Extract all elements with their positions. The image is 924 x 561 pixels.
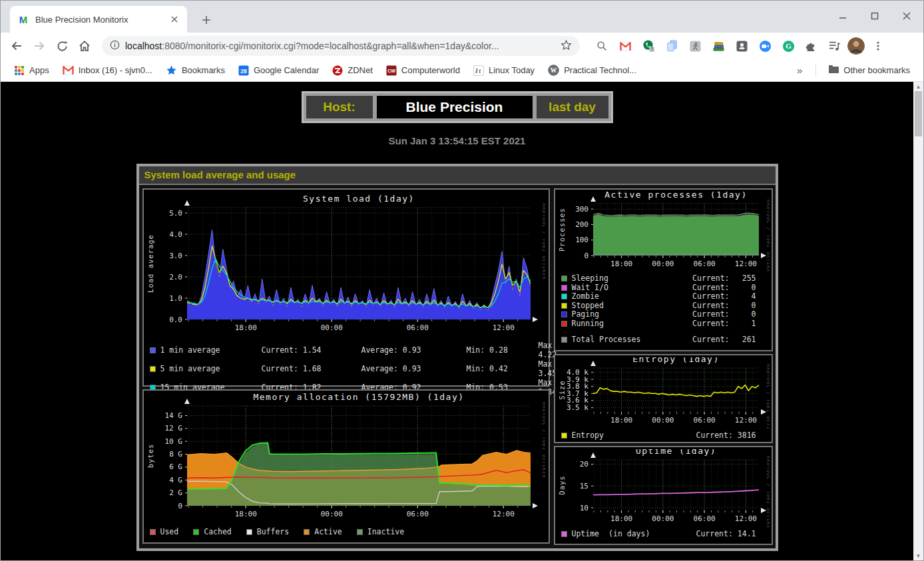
svg-text:00:00: 00:00 (652, 260, 674, 268)
legend-stat: Min: 0.28 (467, 345, 539, 355)
scrollbar-down-icon[interactable]: ▼ (913, 551, 923, 560)
legend-row: Total ProcessesCurrent:261 (561, 335, 766, 345)
svg-text:100: 100 (575, 236, 588, 244)
svg-text:6 G: 6 G (169, 463, 182, 471)
bookmark-star-icon[interactable] (561, 39, 572, 53)
svg-text:00:00: 00:00 (652, 514, 674, 523)
home-icon[interactable] (75, 37, 94, 55)
legend-row: SleepingCurrent:255 (561, 274, 766, 283)
svg-text:06:00: 06:00 (693, 260, 715, 268)
legend-current-value: Current: 3816 (696, 431, 756, 440)
svg-text:?: ? (650, 47, 653, 51)
copy-extension-icon[interactable] (663, 37, 680, 55)
chart-memory[interactable]: Memory allocation (15792MB) (1day)02 G4 … (146, 393, 545, 524)
bookmark-item-google-calendar[interactable]: 28Google Calendar (233, 63, 324, 79)
vault-extension-icon[interactable] (733, 37, 750, 55)
chart-processes[interactable]: Active processes (1day)010020030018:0000… (557, 192, 770, 273)
chart-entropy[interactable]: Entropy (1day)3.5 k3.6 k3.7 k3.8 k3.9 k4… (557, 357, 770, 429)
voice-extension-icon[interactable]: ? (640, 37, 657, 55)
legend-current-value: 0 (730, 310, 756, 319)
accessibility-extension-icon[interactable] (686, 37, 704, 55)
profile-avatar[interactable] (847, 37, 865, 55)
svg-text:18:00: 18:00 (234, 510, 256, 518)
back-icon[interactable] (7, 37, 26, 55)
legend-swatch (561, 285, 567, 291)
linuxtoday-icon: lt (473, 65, 484, 76)
page-scrollbar[interactable]: ▲ ▼ (913, 82, 923, 560)
bookmark-item-bookmarks[interactable]: Bookmarks (160, 62, 230, 79)
legend-item: Inactive (357, 527, 404, 536)
legend-current-label: Current: (692, 301, 729, 311)
maximize-icon[interactable] (867, 9, 882, 23)
chart-uptime[interactable]: Uptime (1day)10152018:0000:0006:0012:00D… (557, 449, 770, 528)
zoom-extension-icon[interactable] (756, 37, 774, 55)
legend-swatch (561, 276, 567, 281)
reload-icon[interactable] (53, 37, 71, 55)
system-section: System load average and usage System loa… (136, 164, 778, 551)
svg-text:300: 300 (575, 205, 588, 214)
legend-current-label: Current: (692, 274, 729, 283)
scrollbar-thumb[interactable] (915, 91, 922, 136)
minimize-icon[interactable] (835, 9, 850, 23)
folder-icon (828, 65, 839, 77)
bookmarks-overflow-chevron[interactable]: » (790, 65, 809, 76)
charts-grid: System load (1day)0.01.02.03.04.05.018:0… (139, 185, 776, 548)
legend-current-label: Current: (692, 319, 729, 329)
svg-text:0.0: 0.0 (169, 315, 182, 324)
legend-swatch (561, 321, 567, 327)
svg-text:M: M (19, 14, 28, 25)
chart-system-load[interactable]: System load (1day)0.01.02.03.04.05.018:0… (146, 192, 545, 339)
grammarly-extension-icon[interactable]: G (780, 37, 797, 55)
svg-text:06:00: 06:00 (693, 514, 715, 523)
legend-entropy: EntropyCurrent: 3816 (557, 429, 770, 440)
address-bar[interactable]: localhost:8080/monitorix-cgi/monitorix.c… (102, 36, 580, 56)
bookmark-item-zdnet[interactable]: ZDNet (327, 63, 378, 79)
svg-text:00:00: 00:00 (320, 510, 342, 518)
legend-item: Buffers (246, 527, 289, 536)
gmail-extension-icon[interactable] (616, 37, 634, 55)
forward-icon[interactable] (30, 37, 49, 55)
menu-kebab-icon[interactable] (869, 37, 887, 55)
bookmark-item-inbox-16-sjvn0[interactable]: Inbox (16) - sjvn0... (57, 63, 158, 78)
close-icon[interactable] (899, 9, 914, 23)
legend-stat: Average: 0.93 (361, 345, 467, 355)
tab-close-icon[interactable] (168, 13, 180, 25)
legend-current-value: Current: 14.1 (696, 529, 756, 538)
new-tab-button[interactable] (198, 11, 215, 29)
gcal-icon: 28 (238, 65, 249, 76)
svg-text:4.0 k: 4.0 k (566, 368, 588, 377)
browser-toolbar: localhost:8080/monitorix-cgi/monitorix.c… (1, 33, 923, 59)
svg-text:12:00: 12:00 (492, 510, 514, 518)
bookmark-item-practical-technol[interactable]: WPractical Technol... (543, 62, 642, 79)
search-extension-icon[interactable] (593, 37, 610, 55)
legend-swatch (561, 311, 567, 317)
legend-swatch (150, 347, 156, 353)
chart-panel-entropy: Entropy (1day)3.5 k3.6 k3.7 k3.8 k3.9 k4… (554, 354, 773, 443)
bookmark-item-apps[interactable]: Apps (9, 63, 55, 79)
other-bookmarks-button[interactable]: Other bookmarks (823, 62, 915, 79)
report-datetime: Sun Jan 3 13:54:15 EST 2021 (1, 135, 913, 146)
legend-current-label: Current: (692, 310, 729, 319)
playlist-extension-icon[interactable] (826, 37, 843, 55)
bluestar-icon (166, 65, 177, 76)
scrollbar-up-icon[interactable]: ▲ (913, 82, 923, 91)
bookmark-label: Google Calendar (254, 65, 319, 75)
browser-titlebar: M Blue Precision Monitorix (1, 1, 923, 33)
legend-current-value: 1 (730, 319, 756, 329)
svg-text:Memory allocation (15792MB) (: Memory allocation (15792MB) (1day) (253, 393, 464, 402)
legend-swatch (561, 303, 567, 309)
extensions-puzzle-icon[interactable] (803, 37, 820, 55)
svg-text:RRDTOOL / TOBI OETIKER: RRDTOOL / TOBI OETIKER (766, 364, 770, 429)
legend-label: Running (572, 319, 604, 329)
bookmark-label: Inbox (16) - sjvn0... (79, 65, 152, 75)
bookmarks-bar: AppsInbox (16) - sjvn0...Bookmarks28Goog… (1, 59, 923, 82)
legend-label: Inactive (367, 527, 404, 536)
bookmark-item-linux-today[interactable]: ltLinux Today (468, 63, 540, 79)
browser-tab[interactable]: M Blue Precision Monitorix (10, 6, 187, 33)
wordpress-icon: W (548, 65, 559, 76)
section-title: System load average and usage (139, 166, 776, 185)
time-range-label: last day (537, 96, 608, 118)
page-info-icon[interactable] (110, 40, 120, 53)
books-extension-icon[interactable] (710, 37, 727, 55)
bookmark-item-computerworld[interactable]: CWComputerworld (381, 63, 465, 79)
